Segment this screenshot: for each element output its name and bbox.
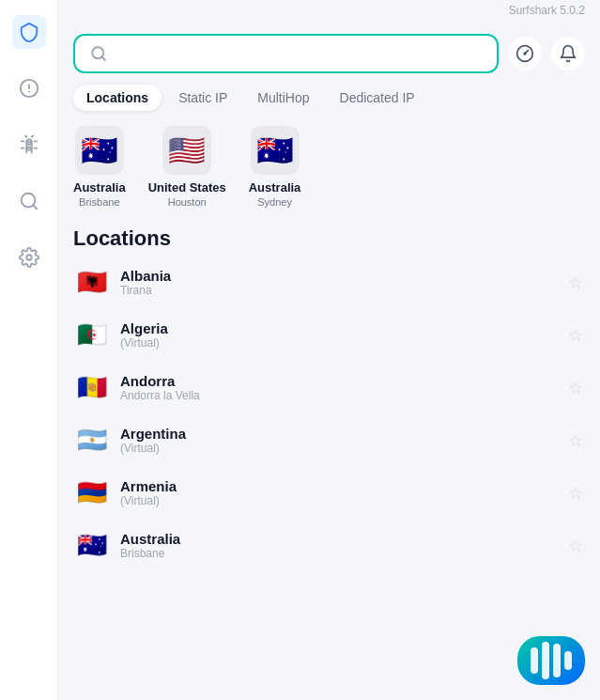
sidebar-item-alert[interactable] xyxy=(12,71,46,105)
location-item-australia[interactable]: 🇦🇺 Australia Brisbane ☆ xyxy=(66,520,592,572)
audio-widget[interactable] xyxy=(517,636,585,685)
svg-line-9 xyxy=(101,56,104,59)
location-text-andorra: Andorra Andorra la Vella xyxy=(120,373,557,402)
recent-country-0: Australia xyxy=(73,180,126,194)
location-city-albania: Tirana xyxy=(120,284,557,297)
location-item-albania[interactable]: 🇦🇱 Albania Tirana ☆ xyxy=(66,257,592,309)
recent-item-2[interactable]: 🇦🇺 Australia Sydney xyxy=(249,126,301,208)
recent-country-2: Australia xyxy=(249,180,301,194)
svg-rect-4 xyxy=(26,142,32,149)
flag-algeria: 🇩🇿 xyxy=(75,322,109,349)
location-name-algeria: Algeria xyxy=(120,320,557,336)
widget-bar-4 xyxy=(564,651,572,670)
locations-heading: Locations xyxy=(58,215,600,257)
recent-section: 🇦🇺 Australia Brisbane 🇺🇸 United States H… xyxy=(58,111,600,215)
location-city-armenia: (Virtual) xyxy=(120,494,557,507)
flag-australia: 🇦🇺 xyxy=(75,533,109,559)
location-text-armenia: Armenia (Virtual) xyxy=(120,478,557,507)
sidebar-item-settings[interactable] xyxy=(12,241,46,274)
app-version: Surfshark 5.0.2 xyxy=(509,4,585,17)
sidebar-item-shield[interactable] xyxy=(12,15,46,49)
widget-bar-2 xyxy=(542,642,549,679)
tab-static-ip[interactable]: Static IP xyxy=(165,85,240,111)
location-name-andorra: Andorra xyxy=(120,373,557,389)
location-item-armenia[interactable]: 🇦🇲 Armenia (Virtual) ☆ xyxy=(66,467,592,520)
location-name-albania: Albania xyxy=(120,268,557,284)
sidebar-item-search[interactable] xyxy=(12,184,46,218)
location-text-argentina: Argentina (Virtual) xyxy=(120,426,557,455)
widget-bar-3 xyxy=(553,644,561,677)
location-item-argentina[interactable]: 🇦🇷 Argentina (Virtual) ☆ xyxy=(66,414,592,467)
flag-albania: 🇦🇱 xyxy=(75,270,109,296)
svg-point-10 xyxy=(524,53,526,54)
recent-item-1[interactable]: 🇺🇸 United States Houston xyxy=(148,126,226,208)
location-city-australia: Brisbane xyxy=(120,547,557,560)
widget-bar-1 xyxy=(531,647,538,674)
favorite-australia[interactable]: ☆ xyxy=(568,536,583,556)
location-city-algeria: (Virtual) xyxy=(120,336,557,350)
tabs-bar: Locations Static IP MultiHop Dedicated I… xyxy=(58,73,600,111)
search-icon xyxy=(90,45,107,62)
flag-andorra: 🇦🇩 xyxy=(75,375,109,401)
recent-city-2: Sydney xyxy=(257,196,292,208)
location-city-andorra: Andorra la Vella xyxy=(120,389,557,402)
flag-australia-sydney: 🇦🇺 xyxy=(251,126,300,175)
location-list: 🇦🇱 Albania Tirana ☆ 🇩🇿 Algeria (Virtual)… xyxy=(58,257,600,700)
favorite-algeria[interactable]: ☆ xyxy=(568,325,583,346)
tab-dedicated-ip[interactable]: Dedicated IP xyxy=(327,85,428,111)
search-input[interactable] xyxy=(116,46,482,62)
tab-multihop[interactable]: MultiHop xyxy=(244,85,322,111)
location-name-australia: Australia xyxy=(120,531,557,547)
flag-armenia: 🇦🇲 xyxy=(75,480,109,506)
location-text-australia: Australia Brisbane xyxy=(120,531,557,560)
recent-city-1: Houston xyxy=(168,196,207,208)
search-box[interactable] xyxy=(73,34,499,73)
location-name-argentina: Argentina xyxy=(120,426,557,442)
location-item-andorra[interactable]: 🇦🇩 Andorra Andorra la Vella ☆ xyxy=(66,362,592,414)
location-name-armenia: Armenia xyxy=(120,478,557,494)
favorite-argentina[interactable]: ☆ xyxy=(568,430,583,451)
location-item-algeria[interactable]: 🇩🇿 Algeria (Virtual) ☆ xyxy=(66,309,592,362)
favorite-armenia[interactable]: ☆ xyxy=(568,483,583,504)
sidebar xyxy=(0,0,58,700)
favorite-andorra[interactable]: ☆ xyxy=(568,378,583,398)
notifications-button[interactable] xyxy=(551,37,585,70)
svg-line-6 xyxy=(33,205,37,209)
location-text-albania: Albania Tirana xyxy=(120,268,557,297)
favorite-albania[interactable]: ☆ xyxy=(568,272,583,293)
speed-test-button[interactable] xyxy=(508,37,542,70)
svg-point-7 xyxy=(26,255,32,260)
location-text-algeria: Algeria (Virtual) xyxy=(120,320,557,350)
flag-argentina: 🇦🇷 xyxy=(75,428,109,454)
recent-item-0[interactable]: 🇦🇺 Australia Brisbane xyxy=(73,126,126,208)
location-city-argentina: (Virtual) xyxy=(120,442,557,455)
tab-locations[interactable]: Locations xyxy=(73,85,162,111)
flag-australia-brisbane: 🇦🇺 xyxy=(75,126,124,175)
recent-country-1: United States xyxy=(148,180,226,194)
main-content: Surfshark 5.0.2 Locations Static xyxy=(58,0,600,700)
flag-us-houston: 🇺🇸 xyxy=(162,126,211,175)
recent-city-0: Brisbane xyxy=(79,196,119,208)
sidebar-item-bug[interactable] xyxy=(12,128,46,162)
